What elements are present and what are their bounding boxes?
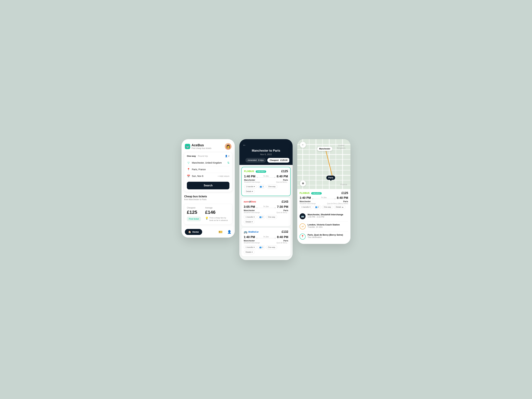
round-trip-option[interactable]: Round trip — [198, 155, 208, 157]
destination-input[interactable]: Paris, France — [192, 168, 229, 171]
passengers-badge[interactable]: 👤 2 — [225, 155, 229, 157]
map-back-button[interactable]: ← — [300, 142, 306, 148]
svg-rect-15 — [336, 139, 336, 189]
detail-dep-info: Manchester Shudehill Interchange — [300, 200, 316, 204]
paris-pin-label: Paris — [328, 177, 333, 179]
cheap-tickets-section: Cheap bus tickets from Manchester to Par… — [182, 192, 235, 202]
dep-time-3: 1:40 PM — [244, 235, 255, 239]
details-tag-1[interactable]: Details ▾ — [244, 190, 255, 193]
destination-icon: 📍 — [187, 168, 190, 171]
dep-city-2: Manchester — [244, 209, 260, 212]
price-3: £132 — [282, 230, 288, 234]
route-middle-1: 7h 20m — [257, 175, 275, 177]
detail-arr-info: Paris Quai de Bercy (Bercy Seine) — [327, 200, 348, 204]
duration-3: 7h 20m — [263, 236, 269, 238]
search-box: One-way Round trip 👤 2 ▽ Manchester, Uni… — [184, 152, 232, 192]
find-ticket-button[interactable]: Find ticket — [187, 217, 201, 221]
filter-tabs: mmended 8 trips Cheapest £125.00 Fastest… — [243, 156, 289, 165]
profile-nav-icon[interactable]: 👤 — [227, 230, 231, 234]
destination-row: 📍 Paris, France — [187, 166, 229, 173]
dep-time-2: 3:05 PM — [244, 205, 255, 209]
route-row-3: 1:40 PM 7h 20m 8:40 PM — [244, 235, 288, 239]
svg-rect-11 — [309, 139, 310, 189]
dep-station-1: Shudehill Interchange — [244, 181, 260, 183]
details-tag-2[interactable]: Details ▾ — [244, 220, 254, 224]
tickets-nav-icon[interactable]: 🎫 — [218, 230, 223, 234]
price-card: Cheapest £125 Find ticket Average £146 💡… — [184, 204, 232, 224]
map-area: ← UnitedKingdom Manchester Paris France … — [297, 139, 350, 189]
detail-cheapest-badge: CHEAPEST — [311, 192, 322, 195]
detail-dep-time: 1:40 PM — [300, 196, 311, 200]
logo-area: AceBus Find cheap bus tickets — [185, 143, 211, 149]
arr-time-1: 8:40 PM — [277, 175, 288, 178]
tab-cheapest-label: Cheapest £125.00 — [270, 159, 287, 161]
cheap-tickets-subtitle: from Manchester to Paris — [184, 198, 232, 201]
oneway-tag-3: One-way — [266, 245, 277, 249]
uk-label: UnitedKingdom — [337, 144, 345, 150]
detail-route-middle: 7h 20m — [312, 197, 336, 199]
tab-cheapest[interactable]: Cheapest £125.00 — [267, 158, 289, 163]
add-return-btn[interactable]: + Add return — [218, 175, 229, 177]
results-body: FLiXBUS CHEAPEST £125 1:40 PM 7h 20m 8:4… — [239, 165, 293, 260]
phone-detail: ← UnitedKingdom Manchester Paris France … — [297, 139, 350, 244]
dep-city-3: Manchester — [244, 240, 260, 242]
detail-dep-station: Shudehill Interchange — [300, 203, 316, 204]
route-row-2: 3:05 PM 7h 20m 7:30 PM — [244, 205, 288, 209]
detail-details-tag[interactable]: Details ▲ — [334, 205, 346, 209]
transfer-tag-3[interactable]: 1 transfer ▾ — [244, 245, 257, 249]
locate-button[interactable]: ⊕ — [300, 180, 306, 186]
tip-text: Find a cheap fare by book as far in adva… — [209, 217, 229, 222]
duration-1: 7h 20m — [263, 175, 269, 177]
manchester-pin-label: Manchester — [319, 148, 330, 150]
stop-time-paris: Your destination — [308, 236, 343, 238]
locate-icon: ⊕ — [302, 182, 304, 185]
detail-arr-time: 8:40 PM — [337, 196, 348, 200]
price-2: £143 — [282, 200, 288, 203]
tags-row-3: 1 transfer ▾ 👥2 One-way Details ▾ — [244, 245, 288, 254]
bus-logo-icon — [185, 144, 190, 149]
back-button[interactable]: ← — [243, 143, 289, 147]
average-price: £146 — [205, 210, 229, 215]
oneway-tag-1: One-way — [266, 185, 278, 189]
home-nav-item[interactable]: 🏠 Home — [185, 229, 202, 235]
stop-item-london: ⇄ London, Victoria Coach Station Transfe… — [300, 222, 348, 232]
tags-row-1: 1 transfer ▾ 👥2 One-way Details ▾ — [244, 185, 288, 193]
tip-icon: 💡 — [205, 217, 209, 220]
stop-item-manchester: 🚌 Manchester, Shudehill Interchange 1:40… — [300, 211, 348, 222]
swap-icon[interactable]: ⇅ — [227, 161, 229, 165]
detail-tags: 1 transfer ▾ 👥2 One-way Details ▲ — [300, 205, 348, 209]
passengers-tag-1: 👥2 — [258, 185, 265, 189]
trip-type-row: One-way Round trip 👤 2 — [187, 155, 229, 157]
detail-oneway-tag: One-way — [322, 205, 333, 209]
stop-time-london: Transfer, 1h 10m — [308, 226, 340, 228]
transfer-stop-icon: ⇄ — [300, 223, 306, 229]
date-display[interactable]: Sun, Nov 6 — [192, 175, 216, 177]
detail-dep-city: Manchester — [300, 200, 316, 203]
detail-panel: FLiXBUS CHEAPEST £125 1:40 PM 7h 20m 8:4… — [297, 189, 350, 244]
detail-arr-station: Quai de Bercy (Bercy Seine) — [327, 203, 348, 204]
transfer-tag-1[interactable]: 1 transfer ▾ — [244, 185, 257, 189]
tip-area: 💡 Find a cheap fare by book as far in ad… — [205, 217, 229, 222]
tab-recommended[interactable]: mmended 8 trips — [245, 158, 266, 163]
origin-input[interactable]: Manchester, United Kingdom — [192, 161, 226, 164]
person-icon: 👤 — [225, 155, 228, 157]
search-button[interactable]: Search — [187, 182, 229, 189]
transfer-tag-2[interactable]: 1 transfer ▾ — [244, 215, 257, 219]
stop-info-manchester: Manchester, Shudehill Interchange 1:40 P… — [308, 213, 343, 218]
results-header: ← Manchester to Paris Nov 6, 2022 mmende… — [239, 139, 293, 165]
flixbus-logo: FLiXBUS — [244, 170, 254, 173]
details-tag-3[interactable]: Details ▾ — [244, 250, 254, 254]
tab-recommended-label: mmended 8 trips — [248, 159, 264, 161]
arr-city-3: Paris — [277, 240, 288, 242]
dep-city-1: Manchester — [244, 179, 260, 181]
arr-station-1: Quai de Bercy... — [276, 181, 288, 183]
result-header-3: 🚌 BlaBlaCar £132 — [244, 230, 288, 234]
one-way-option[interactable]: One-way — [187, 155, 196, 157]
user-avatar[interactable]: 👩 — [225, 143, 231, 150]
detail-transfer-tag[interactable]: 1 transfer ▾ — [300, 205, 312, 209]
paris-pin: Paris — [326, 176, 335, 180]
detail-duration: 7h 20m — [321, 197, 327, 198]
route-line-2 — [256, 208, 276, 208]
results-date: Nov 6, 2022 — [243, 153, 289, 156]
bus-stop-icon: 🚌 — [300, 213, 306, 219]
